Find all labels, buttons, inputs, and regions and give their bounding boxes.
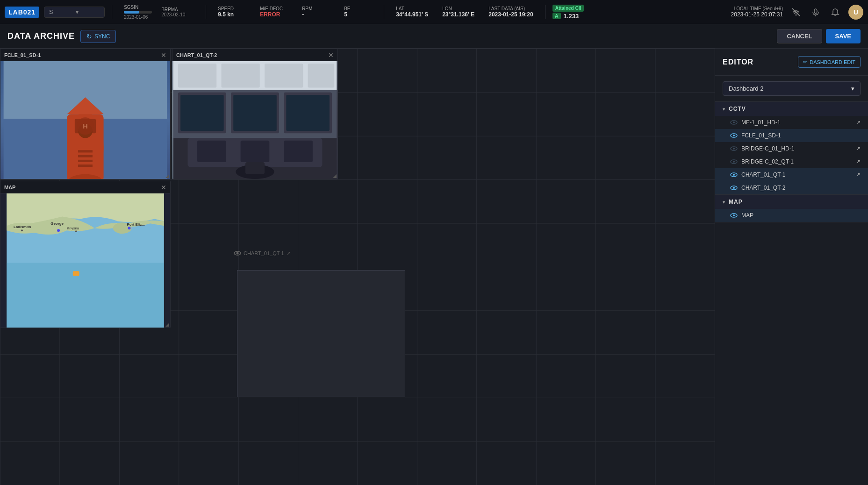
dashboard-grid: FCLE_01_SD-1 ✕	[0, 49, 715, 485]
microphone-icon[interactable]	[809, 6, 822, 19]
save-button[interactable]: SAVE	[826, 29, 861, 43]
archive-bar: DATA ARCHIVE ↻ SYNC CANCEL SAVE	[0, 24, 868, 49]
list-item[interactable]: CHART_01_QT-2	[715, 181, 868, 194]
panel-map-close[interactable]: ✕	[161, 184, 166, 191]
eye-icon	[730, 120, 738, 125]
panel-fcle: FCLE_01_SD-1 ✕	[0, 49, 171, 179]
nav-stat-speed: SPEED 9.5 kn	[213, 6, 251, 18]
panel-chart-close[interactable]: ✕	[328, 51, 334, 59]
dashboard-edit-button[interactable]: ✏ DASHBOARD EDIT	[798, 56, 861, 68]
map-svg: Ladismith George Knysna Port Eliz...	[0, 193, 170, 328]
user-avatar[interactable]: U	[848, 5, 863, 20]
item-left-chart2: CHART_01_QT-2	[730, 185, 785, 191]
nav-divider-3	[384, 5, 384, 19]
list-item[interactable]: MAP	[715, 209, 868, 222]
eye-icon	[730, 172, 738, 178]
svg-rect-10	[78, 150, 93, 152]
svg-rect-36	[245, 162, 265, 174]
svg-text:Ladismith: Ladismith	[14, 225, 31, 229]
svg-rect-23	[308, 64, 335, 87]
cancel-button[interactable]: CANCEL	[777, 29, 822, 43]
editor-header: EDITOR ✏ DASHBOARD EDIT	[715, 49, 868, 76]
eye-icon	[730, 213, 738, 218]
sync-icon: ↻	[86, 33, 92, 40]
top-navigation: LAB021 S ▾ SGSIN 2023-01-06 BRPMA 2023-0…	[0, 0, 868, 24]
sgsin-progress-fill	[124, 11, 139, 14]
nav-divider-1	[112, 5, 112, 19]
nav-attained-cii: Attained CII A 1.233	[552, 5, 584, 20]
item-left-chart1: CHART_01_QT-1	[730, 171, 785, 178]
panel-map-header: MAP ✕	[0, 181, 170, 193]
category-map-title: MAP	[729, 199, 743, 205]
panel-fcle-body: H	[0, 61, 170, 179]
sync-button[interactable]: ↻ SYNC	[80, 30, 116, 43]
svg-point-62	[733, 187, 735, 189]
list-item[interactable]: ME-1_01_HD-1 ↗	[715, 116, 868, 129]
logo[interactable]: LAB021	[5, 7, 39, 18]
edit-pencil-icon: ✏	[803, 59, 807, 65]
panel-chart-resize[interactable]	[333, 174, 337, 178]
signal-off-icon[interactable]	[789, 6, 803, 19]
eye-icon	[234, 250, 241, 257]
category-cctv-title: CCTV	[729, 106, 746, 112]
external-link-icon[interactable]: ↗	[856, 171, 861, 178]
category-map-header[interactable]: ▾ MAP	[715, 195, 868, 209]
panel-map-title: MAP	[4, 185, 15, 190]
eye-icon	[730, 133, 738, 138]
bell-icon[interactable]	[829, 6, 842, 19]
bridge-camera-svg	[172, 61, 337, 179]
vessel-selector[interactable]: S ▾	[44, 7, 105, 18]
category-map: ▾ MAP MAP	[715, 195, 868, 222]
svg-point-58	[733, 161, 735, 163]
external-link-icon[interactable]: ↗	[856, 119, 861, 126]
panel-chart-title: CHART_01_QT-2	[176, 52, 217, 58]
nav-divider-4	[545, 5, 545, 19]
panel-map: MAP ✕ Ladismith	[0, 181, 171, 328]
svg-point-54	[733, 135, 735, 136]
ghost-chart-qt1: CHART_01_QT-1 ↗	[234, 250, 291, 257]
cctv-items-list: ME-1_01_HD-1 ↗ FCLE_01_SD-1	[715, 116, 868, 194]
svg-rect-20	[178, 64, 216, 87]
svg-rect-32	[197, 141, 226, 162]
eye-icon	[730, 146, 738, 151]
list-item[interactable]: CHART_01_QT-1 ↗	[715, 168, 868, 181]
nav-stat-last-data: LAST DATA (AIS) 2023-01-25 19:20	[484, 6, 538, 18]
svg-point-64	[733, 214, 735, 216]
svg-point-56	[733, 148, 735, 150]
panel-chart-body	[172, 61, 337, 179]
local-time-display: LOCAL TIME (Seoul+9) 2023-01-25 20:07:31	[731, 6, 783, 18]
category-cctv: ▾ CCTV ME-1_01_HD-1 ↗	[715, 102, 868, 195]
external-link-icon[interactable]: ↗	[856, 158, 861, 165]
item-left-me1: ME-1_01_HD-1	[730, 119, 780, 126]
panel-fcle-resize[interactable]	[165, 174, 169, 178]
item-left-fcle: FCLE_01_SD-1	[730, 132, 781, 139]
nav-divider-2	[206, 5, 206, 19]
chevron-down-icon: ▾	[76, 9, 100, 15]
svg-point-1	[796, 14, 797, 15]
panel-fcle-header: FCLE_01_SD-1 ✕	[0, 49, 170, 61]
panel-map-resize[interactable]	[165, 323, 169, 327]
external-link-icon[interactable]: ↗	[856, 145, 861, 152]
map-items-list: MAP	[715, 209, 868, 222]
page-title: DATA ARCHIVE	[7, 31, 75, 41]
nav-stat-bf: BF 5	[339, 6, 377, 18]
active-grid-area	[237, 270, 405, 397]
svg-point-46	[128, 227, 131, 229]
svg-point-52	[733, 121, 735, 123]
nav-stat-rpm: RPM -	[297, 6, 335, 18]
panel-fcle-close[interactable]: ✕	[161, 51, 166, 59]
list-item[interactable]: BRIDGE-C_01_HD-1 ↗	[715, 142, 868, 155]
category-cctv-header[interactable]: ▾ CCTV	[715, 102, 868, 116]
svg-point-45	[75, 230, 77, 232]
eye-icon	[730, 185, 738, 191]
svg-text:George: George	[50, 221, 64, 226]
list-item[interactable]: BRIDGE-C_02_QT-1 ↗	[715, 155, 868, 168]
list-item[interactable]: FCLE_01_SD-1	[715, 129, 868, 142]
svg-rect-21	[222, 64, 260, 87]
svg-rect-48	[73, 271, 79, 276]
vessel-name: S	[49, 9, 73, 15]
dashboard-dropdown[interactable]: Dashboard 2 ▾	[723, 81, 861, 96]
panel-chart-header: CHART_01_QT-2 ✕	[172, 49, 337, 61]
svg-rect-13	[78, 164, 93, 167]
svg-rect-29	[233, 95, 277, 131]
